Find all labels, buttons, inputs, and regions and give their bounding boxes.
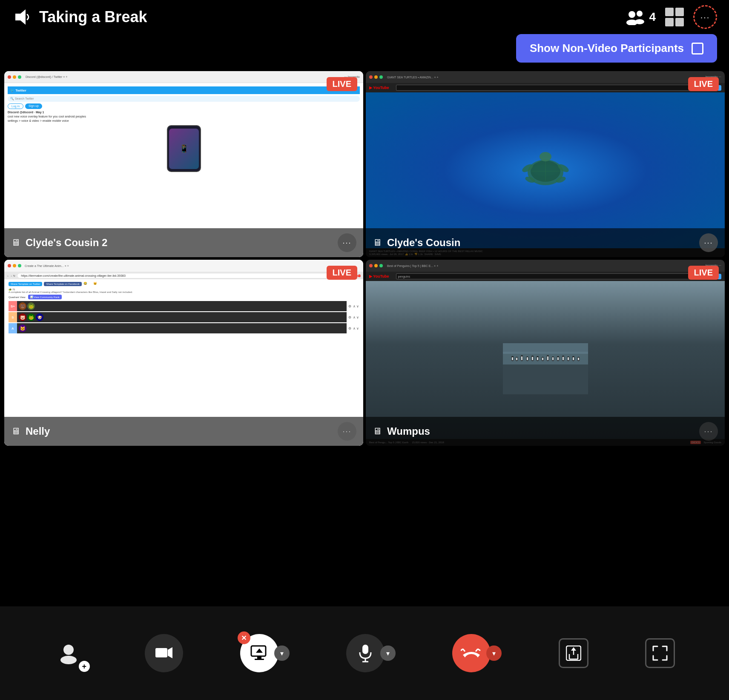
yt-search [396, 85, 697, 91]
participant-cell-nelly: Create a The Ultimate Anim... × + ← → ↻ … [4, 260, 363, 446]
share-svg [566, 645, 581, 661]
svg-marker-52 [168, 647, 172, 658]
svg-point-4 [635, 19, 644, 24]
turtle-svg [511, 145, 580, 196]
participant-name-3: Nelly [26, 425, 50, 437]
monitor-icon-4: 🖥 [373, 426, 382, 437]
participant-bar-3: 🖥 Nelly ··· [4, 417, 363, 446]
camera-button[interactable] [145, 634, 183, 672]
twitter-header: 🐦 Twitter [8, 86, 360, 94]
svg-rect-5 [665, 8, 674, 16]
participant-name-4: Wumpus [387, 425, 430, 437]
share-icon [559, 638, 588, 668]
login-btn: Log in [8, 103, 23, 109]
page-title: Taking a Break [39, 8, 147, 26]
svg-rect-8 [675, 18, 684, 26]
svg-rect-51 [155, 648, 167, 657]
mute-dropdown[interactable]: ▾ [380, 645, 396, 661]
more-options-button[interactable]: ··· [693, 5, 717, 29]
phone-mockup: 📱 [167, 125, 201, 172]
svg-rect-43 [552, 357, 554, 360]
svg-point-3 [637, 11, 643, 17]
svg-rect-42 [547, 356, 548, 360]
participant-cell-clyde-cousin: GIANT SEA TURTLES • AMAZIN... × + Incogn… [366, 71, 725, 257]
ac-url: https://tiermaker.com/create/the-ultimat… [17, 273, 353, 278]
ac-url-bar: ← → ↻ https://tiermaker.com/create/the-u… [4, 272, 363, 279]
screen-share-circle: ✕ [240, 634, 278, 672]
participant-bar-4: 🖥 Wumpus ··· [366, 417, 725, 446]
non-video-bar: Show Non-Video Participants [0, 34, 729, 67]
mute-button[interactable]: ▾ [346, 634, 396, 672]
svg-rect-57 [362, 645, 368, 654]
monitor-icon-3: 🖥 [11, 426, 20, 437]
svg-rect-20 [503, 343, 588, 354]
svg-rect-35 [512, 357, 513, 360]
non-video-checkbox[interactable] [692, 43, 703, 55]
tier-row-s-plus: S+ 🐻 🐸 ⚙ ∧ ∨ [9, 301, 359, 311]
tier-row-s: S 🐷 🐸 🐶 ⚙ ∧ ∨ [9, 312, 359, 322]
svg-rect-40 [537, 357, 538, 360]
end-call-group: ▾ [452, 634, 502, 672]
share-button[interactable] [559, 638, 588, 668]
live-badge-1: LIVE [327, 77, 357, 91]
tier-row-a: A 🐱 ⚙ ∧ ∨ [9, 323, 359, 333]
speaker-icon [12, 7, 32, 27]
participant-cell-wumpus: Best of Penguins | Top 5 | BBC E... × + … [366, 260, 725, 446]
svg-line-61 [478, 649, 480, 651]
fullscreen-icon [645, 638, 675, 668]
ac-share-twitter: Share Template on Twitter [9, 282, 42, 286]
browser-bar: Discord (@discord) / Twitter × + ⋯ Incog… [4, 71, 363, 83]
camera-svg [155, 645, 173, 661]
pg-search-input: penguins [396, 273, 697, 279]
pg-yt-header: ▶ YouTube penguins SIGN IN [366, 272, 725, 281]
participant-options-btn-3[interactable]: ··· [338, 422, 356, 441]
svg-rect-41 [542, 358, 543, 360]
add-user-button[interactable]: + [54, 636, 88, 670]
svg-rect-44 [557, 357, 559, 360]
participant-name-1: Clyde's Cousin 2 [26, 237, 107, 249]
participant-info-2: 🖥 Clyde's Cousin [373, 237, 460, 249]
header-left: Taking a Break [12, 7, 147, 27]
participant-options-btn-2[interactable]: ··· [699, 233, 718, 252]
live-badge-2: LIVE [688, 77, 719, 91]
fullscreen-button[interactable] [645, 638, 675, 668]
turtle-image [366, 92, 725, 248]
svg-rect-38 [527, 357, 528, 360]
svg-rect-37 [521, 356, 522, 360]
pg-yt-logo: ▶ YouTube [369, 274, 389, 278]
yt-logo: ▶ YouTube [369, 86, 389, 90]
end-call-svg [461, 645, 482, 661]
participant-options-btn-4[interactable]: ··· [699, 422, 718, 441]
show-non-video-button[interactable]: Show Non-Video Participants [516, 34, 717, 63]
end-call-button[interactable]: ▾ [452, 634, 502, 672]
pg-video-area [366, 281, 725, 439]
add-plus-icon: + [79, 661, 90, 672]
end-call-dropdown[interactable]: ▾ [486, 645, 502, 661]
mute-group: ▾ [346, 634, 396, 672]
svg-point-50 [60, 656, 77, 664]
svg-point-13 [540, 152, 551, 161]
svg-rect-7 [665, 18, 674, 26]
non-video-label: Show Non-Video Participants [530, 42, 684, 55]
svg-point-49 [63, 645, 74, 655]
screen-share-svg [250, 645, 268, 661]
penguin-colony-svg [503, 326, 588, 394]
svg-rect-46 [568, 357, 569, 360]
ac-view-options: Quadrant View 📊 View Community Rank [9, 295, 359, 299]
signup-btn: Sign up [25, 103, 42, 109]
live-badge-3: LIVE [327, 266, 357, 280]
live-badge-4: LIVE [688, 266, 719, 280]
screen-share-dropdown[interactable]: ▾ [274, 645, 290, 661]
screen-share-button[interactable]: ✕ ▾ [240, 634, 290, 672]
svg-rect-54 [257, 656, 261, 659]
participant-options-btn-1[interactable]: ··· [338, 233, 356, 252]
grid-view-icon[interactable] [664, 7, 685, 27]
participant-bar-2: 🖥 Clyde's Cousin ··· [366, 228, 725, 257]
participant-name-2: Clyde's Cousin [387, 237, 460, 249]
phone-screen: 📱 [169, 129, 199, 169]
svg-line-60 [476, 649, 478, 651]
pg-browser-bar: Best of Penguins | Top 5 | BBC E... × + … [366, 260, 725, 272]
svg-rect-6 [675, 8, 684, 16]
twitter-buttons: Log in Sign up [8, 103, 360, 109]
yt-video-area [366, 92, 725, 248]
